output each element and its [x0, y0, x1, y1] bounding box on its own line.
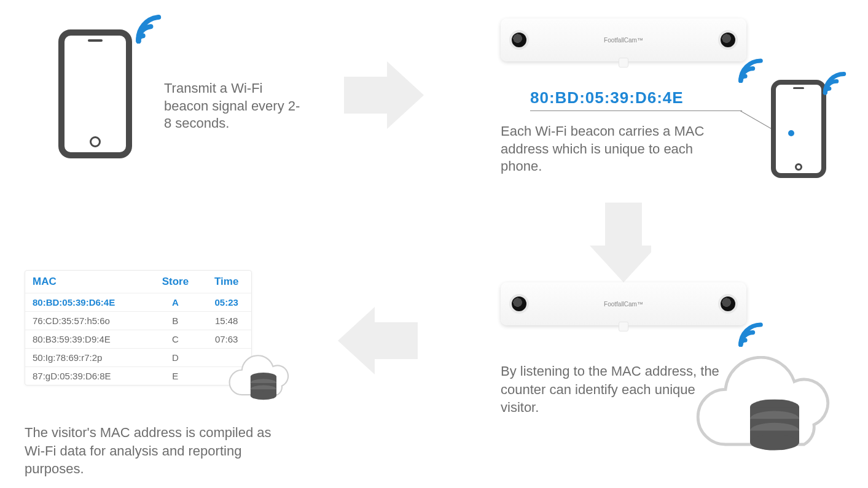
table-header-row: MAC Store Time — [25, 271, 251, 293]
wifi-icon — [734, 319, 768, 350]
device-brand-label: FootfallCam™ — [604, 37, 643, 44]
cell-store: C — [149, 330, 201, 349]
counter-device-icon: FootfallCam™ — [501, 18, 746, 61]
col-store: Store — [149, 271, 201, 293]
arrow-down-icon — [577, 203, 651, 289]
wifi-icon — [734, 55, 768, 86]
cloud-database-icon — [227, 355, 300, 412]
counter-device-icon: FootfallCam™ — [501, 282, 746, 325]
table-row: 80:B3:59:39:D9:4EC07:63 — [25, 330, 251, 349]
step-3: FootfallCam™ By listening to the MAC add… — [501, 282, 851, 325]
arrow-left-icon — [332, 307, 424, 381]
step-2: FootfallCam™ 80:BD:05:39:D6:4E Each Wi-F… — [501, 18, 851, 61]
smartphone-icon — [771, 80, 826, 178]
cell-time: 15:48 — [201, 312, 251, 330]
table-row: 87:gD:05:39:D6:8EE — [25, 367, 251, 385]
cell-mac: 50:Ig:78:69:r7:2p — [25, 349, 149, 367]
step1-description: Transmit a Wi-Fi beacon signal every 2-8… — [164, 80, 305, 133]
device-brand-label: FootfallCam™ — [604, 301, 643, 308]
table-row: 80:BD:05:39:D6:4EA05:23 — [25, 293, 251, 312]
step-4: MAC Store Time 80:BD:05:39:D6:4EA05:2376… — [25, 270, 295, 385]
cell-time: 05:23 — [201, 293, 251, 312]
smartphone-icon — [58, 29, 132, 158]
cell-store: D — [149, 349, 201, 367]
wifi-icon — [129, 14, 166, 47]
wifi-icon — [819, 69, 853, 99]
cell-store: B — [149, 312, 201, 330]
arrow-right-icon — [344, 61, 436, 135]
step4-description: The visitor's MAC address is compiled as… — [25, 424, 276, 478]
table-row: 76:CD:35:57:h5:6oB15:48 — [25, 312, 251, 330]
cell-store: E — [149, 367, 201, 385]
cell-mac: 80:BD:05:39:D6:4E — [25, 293, 149, 312]
col-time: Time — [201, 271, 251, 293]
cell-mac: 80:B3:59:39:D9:4E — [25, 330, 149, 349]
cell-store: A — [149, 293, 201, 312]
step2-description: Each Wi-Fi beacon carries a MAC address … — [501, 123, 728, 176]
table-row: 50:Ig:78:69:r7:2pD — [25, 349, 251, 367]
col-mac: MAC — [25, 271, 149, 293]
cell-mac: 76:CD:35:57:h5:6o — [25, 312, 149, 330]
cloud-database-icon — [691, 356, 848, 478]
cell-time: 07:63 — [201, 330, 251, 349]
mac-address-label: 80:BD:05:39:D6:4E — [530, 88, 684, 107]
mac-data-table: MAC Store Time 80:BD:05:39:D6:4EA05:2376… — [25, 270, 252, 385]
cell-mac: 87:gD:05:39:D6:8E — [25, 367, 149, 385]
divider — [530, 110, 742, 111]
